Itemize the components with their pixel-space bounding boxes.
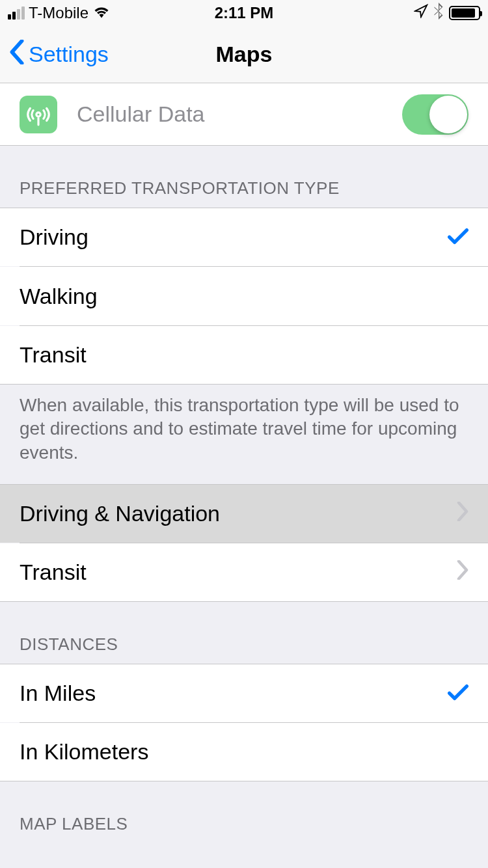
location-icon <box>414 4 428 22</box>
carrier-label: T-Mobile <box>29 4 88 22</box>
signal-icon <box>8 7 25 20</box>
checkmark-icon <box>448 680 468 707</box>
cellular-data-label: Cellular Data <box>77 102 402 127</box>
transit-settings-label: Transit <box>20 560 457 585</box>
chevron-right-icon <box>457 501 468 526</box>
status-right <box>414 3 480 23</box>
cellular-data-toggle[interactable] <box>402 94 468 135</box>
status-time: 2:11 PM <box>215 4 274 22</box>
transit-settings-row[interactable]: Transit <box>0 543 488 602</box>
back-button[interactable]: Settings <box>0 40 109 70</box>
distance-km-label: In Kilometers <box>20 739 468 765</box>
transport-walking-label: Walking <box>20 284 468 309</box>
driving-navigation-label: Driving & Navigation <box>20 501 457 526</box>
wifi-icon <box>92 4 111 22</box>
transport-section-footer: When available, this transportation type… <box>0 385 488 484</box>
back-label: Settings <box>29 42 109 67</box>
transport-walking-row[interactable]: Walking <box>0 267 488 325</box>
map-labels-section-header: MAP LABELS <box>0 781 488 843</box>
transport-section-header: PREFERRED TRANSPORTATION TYPE <box>0 146 488 208</box>
bluetooth-icon <box>433 3 444 23</box>
chevron-left-icon <box>9 40 25 70</box>
chevron-right-icon <box>457 560 468 585</box>
distances-section-header: DISTANCES <box>0 602 488 664</box>
transport-transit-label: Transit <box>20 342 468 368</box>
distance-miles-row[interactable]: In Miles <box>0 664 488 722</box>
battery-icon <box>449 6 480 20</box>
status-left: T-Mobile <box>8 4 111 22</box>
page-title: Maps <box>216 42 273 67</box>
transport-driving-label: Driving <box>20 224 448 250</box>
navigation-bar: Settings Maps <box>0 26 488 83</box>
driving-navigation-row[interactable]: Driving & Navigation <box>0 484 488 543</box>
distance-miles-label: In Miles <box>20 681 448 706</box>
transport-transit-row[interactable]: Transit <box>0 326 488 385</box>
cellular-icon <box>20 96 57 133</box>
cellular-data-row[interactable]: Cellular Data <box>0 83 488 146</box>
checkmark-icon <box>448 224 468 251</box>
distance-km-row[interactable]: In Kilometers <box>0 723 488 781</box>
transport-driving-row[interactable]: Driving <box>0 208 488 266</box>
status-bar: T-Mobile 2:11 PM <box>0 0 488 26</box>
